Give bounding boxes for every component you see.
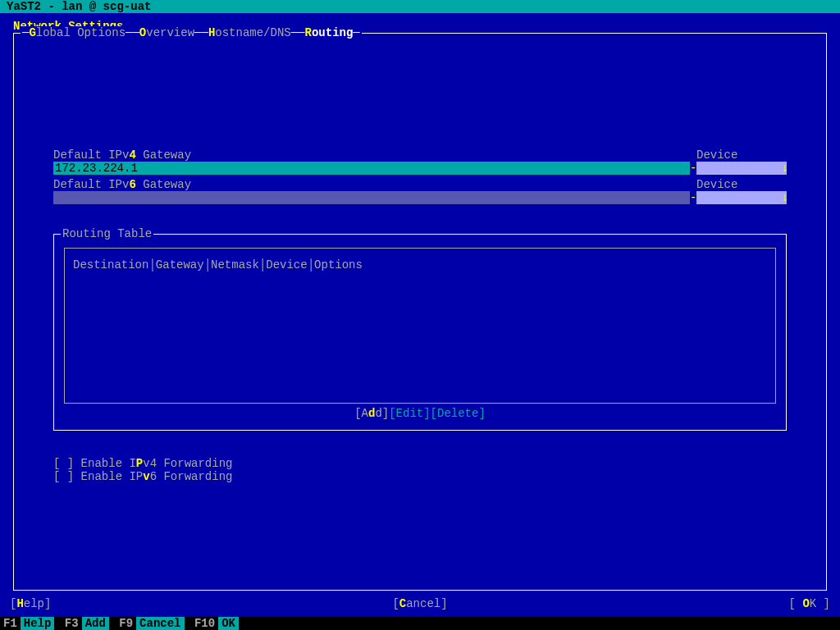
tab-separator: ──	[194, 26, 208, 39]
cancel-button[interactable]: [Cancel]	[392, 597, 447, 610]
outer-frame: ─Global Options──Overview──Hostname/DNS─…	[13, 33, 827, 591]
add-button[interactable]: [Add]	[354, 407, 389, 420]
chevron-down-icon: ↓	[782, 162, 788, 175]
routing-table[interactable]: Destination│Gateway│Netmask│Device│Optio…	[64, 248, 776, 404]
table-headers: Destination│Gateway│Netmask│Device│Optio…	[73, 258, 767, 272]
content-area: Default IPv4 Gateway 172.23.224.1 Device…	[14, 34, 826, 483]
chevron-down-icon: ↓	[782, 191, 788, 204]
help-button[interactable]: [Help]	[10, 597, 51, 610]
ipv4-gateway-row: Default IPv4 Gateway 172.23.224.1 Device…	[53, 148, 787, 178]
ipv4-gateway-label: Default IPv4 Gateway	[53, 148, 690, 162]
tab-hostname-dns[interactable]: Hostname/DNS	[208, 26, 291, 39]
ipv4-forwarding-checkbox[interactable]: [ ] Enable IPv4 Forwarding	[53, 457, 787, 470]
field-dash: -	[690, 162, 696, 175]
col-destination: Destination	[73, 258, 148, 272]
ipv6-gateway-input[interactable]	[53, 191, 690, 204]
routing-table-frame: Routing Table Destination│Gateway│Netmas…	[53, 234, 787, 431]
col-options: Options	[314, 258, 363, 272]
title-text: YaST2 - lan @ scg-uat	[7, 0, 151, 13]
tab-routing[interactable]: Routing	[305, 26, 354, 39]
ipv6-device-label: Device	[696, 178, 787, 191]
ipv4-gateway-input[interactable]: 172.23.224.1	[53, 162, 690, 175]
tab-overview[interactable]: Overview	[139, 26, 194, 39]
col-netmask: Netmask	[211, 258, 259, 272]
ipv6-gateway-label: Default IPv6 Gateway	[53, 178, 690, 191]
delete-button[interactable]: [Delete]	[431, 407, 486, 420]
ok-button[interactable]: [ OK ]	[789, 597, 830, 610]
tab-separator: ─	[353, 26, 359, 39]
routing-table-buttons: [Add][Edit][Delete]	[54, 407, 786, 420]
field-dash: -	[690, 191, 696, 204]
f10-ok[interactable]: F10OK	[191, 617, 239, 630]
ipv6-device-dropdown[interactable]: -↓	[696, 191, 787, 204]
ipv6-gateway-row: Default IPv6 Gateway Device -↓	[53, 178, 787, 208]
f1-help[interactable]: F1Help	[0, 617, 54, 630]
function-key-bar: F1Help F3Add F9Cancel F10OK	[0, 617, 840, 630]
tab-separator: ──	[126, 26, 139, 39]
tab-global-options[interactable]: Global Options	[29, 26, 126, 39]
forwarding-checkboxes: [ ] Enable IPv4 Forwarding [ ] Enable IP…	[53, 457, 787, 483]
ipv6-forwarding-checkbox[interactable]: [ ] Enable IPv6 Forwarding	[53, 470, 787, 483]
edit-button[interactable]: [Edit]	[389, 407, 430, 420]
main-area: Network Settings ─Global Options──Overvi…	[0, 13, 840, 591]
f9-cancel[interactable]: F9Cancel	[116, 617, 184, 630]
tabs-row: ─Global Options──Overview──Hostname/DNS─…	[21, 26, 362, 39]
f3-add[interactable]: F3Add	[62, 617, 109, 630]
ipv4-device-label: Device	[696, 148, 787, 162]
col-device: Device	[266, 258, 307, 272]
tab-separator: ──	[291, 26, 305, 39]
bottom-button-row: [Help] [Cancel] [ OK ]	[10, 597, 830, 610]
ipv4-device-dropdown[interactable]: -↓	[696, 162, 787, 175]
routing-table-title: Routing Table	[61, 227, 153, 240]
title-bar: YaST2 - lan @ scg-uat	[0, 0, 840, 13]
col-gateway: Gateway	[156, 258, 204, 272]
